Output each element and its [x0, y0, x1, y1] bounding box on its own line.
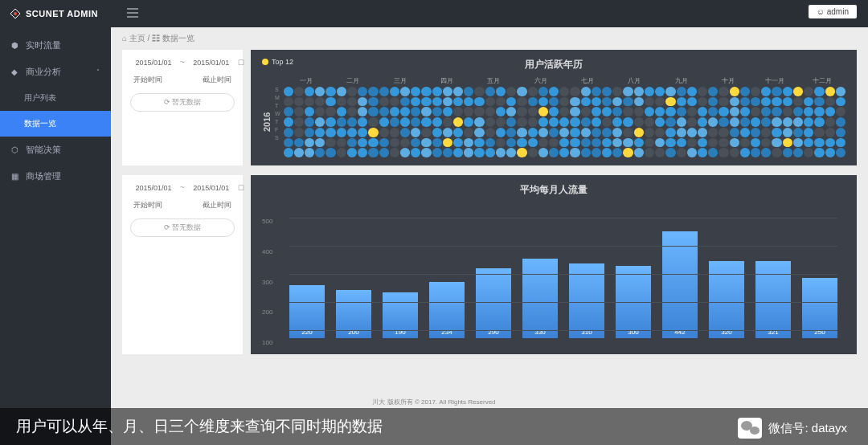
heatmap-cell[interactable]	[570, 87, 579, 96]
date-from-input[interactable]	[130, 59, 177, 67]
heatmap-cell[interactable]	[665, 128, 675, 137]
heatmap-cell[interactable]	[443, 148, 452, 157]
heatmap-cell[interactable]	[836, 138, 845, 148]
heatmap-cell[interactable]	[783, 107, 792, 116]
heatmap-cell[interactable]	[496, 97, 506, 107]
heatmap-cell[interactable]	[496, 87, 506, 96]
heatmap-cell[interactable]	[793, 128, 803, 137]
heatmap-cell[interactable]	[528, 97, 538, 107]
heatmap-cell[interactable]	[464, 107, 473, 116]
heatmap-cell[interactable]	[326, 107, 335, 116]
heatmap-cell[interactable]	[549, 148, 559, 157]
heatmap-cell[interactable]	[645, 138, 654, 148]
heatmap-cell[interactable]	[708, 128, 718, 137]
heatmap-cell[interactable]	[772, 87, 781, 96]
heatmap-cell[interactable]	[294, 148, 304, 157]
heatmap-cell[interactable]	[581, 87, 591, 96]
heatmap-cell[interactable]	[708, 117, 718, 127]
heatmap-cell[interactable]	[698, 87, 707, 96]
heatmap-cell[interactable]	[528, 138, 538, 148]
heatmap-cell[interactable]	[761, 148, 771, 157]
heatmap-cell[interactable]	[453, 87, 463, 96]
heatmap-cell[interactable]	[772, 138, 781, 148]
heatmap-cell[interactable]	[305, 87, 314, 96]
heatmap-cell[interactable]	[655, 138, 665, 148]
heatmap-cell[interactable]	[645, 117, 654, 127]
heatmap-cell[interactable]	[793, 138, 803, 148]
heatmap-cell[interactable]	[538, 87, 548, 96]
heatmap-cell[interactable]	[485, 138, 495, 148]
heatmap-cell[interactable]	[602, 117, 612, 127]
heatmap-cell[interactable]	[315, 148, 325, 157]
heatmap-cell[interactable]	[761, 87, 771, 96]
heatmap-cell[interactable]	[677, 107, 686, 116]
heatmap-cell[interactable]	[602, 107, 612, 116]
heatmap-cell[interactable]	[443, 128, 452, 137]
heatmap-cell[interactable]	[612, 107, 622, 116]
heatmap-cell[interactable]	[294, 128, 304, 137]
heatmap-cell[interactable]	[645, 97, 654, 107]
heatmap-cell[interactable]	[432, 87, 442, 96]
heatmap-cell[interactable]	[538, 148, 548, 157]
heatmap-cell[interactable]	[783, 128, 792, 137]
heatmap-cell[interactable]	[687, 87, 697, 96]
heatmap-cell[interactable]	[432, 117, 442, 127]
heatmap-cell[interactable]	[390, 107, 399, 116]
heatmap-cell[interactable]	[337, 87, 346, 96]
heatmap-cell[interactable]	[284, 107, 293, 116]
heatmap-cell[interactable]	[655, 117, 665, 127]
heatmap-cell[interactable]	[581, 97, 591, 107]
heatmap-cell[interactable]	[814, 107, 824, 116]
heatmap-cell[interactable]	[772, 97, 781, 107]
heatmap-cell[interactable]	[421, 148, 431, 157]
heatmap-cell[interactable]	[517, 87, 526, 96]
heatmap-cell[interactable]	[517, 138, 526, 148]
heatmap-cell[interactable]	[496, 148, 506, 157]
heatmap-cell[interactable]	[559, 97, 569, 107]
heatmap-cell[interactable]	[592, 87, 601, 96]
heatmap-cell[interactable]	[645, 107, 654, 116]
heatmap-cell[interactable]	[496, 117, 506, 127]
heatmap-cell[interactable]	[602, 138, 612, 148]
heatmap-cell[interactable]	[687, 138, 697, 148]
heatmap-cell[interactable]	[708, 148, 718, 157]
heatmap-cell[interactable]	[751, 117, 760, 127]
heatmap-cell[interactable]	[665, 117, 675, 127]
heatmap-cell[interactable]	[347, 107, 357, 116]
heatmap-cell[interactable]	[443, 107, 452, 116]
heatmap-cell[interactable]	[305, 107, 314, 116]
heatmap-cell[interactable]	[368, 97, 378, 107]
heatmap-cell[interactable]	[687, 107, 697, 116]
heatmap-cell[interactable]	[655, 128, 665, 137]
heatmap-cell[interactable]	[379, 138, 389, 148]
heatmap-cell[interactable]	[804, 117, 813, 127]
heatmap-cell[interactable]	[825, 128, 835, 137]
heatmap-cell[interactable]	[337, 138, 346, 148]
sidebar-item-overview[interactable]: 数据一览	[0, 111, 111, 137]
calendar-icon[interactable]: ☐	[238, 59, 244, 67]
heatmap-cell[interactable]	[432, 97, 442, 107]
bar[interactable]: 320	[709, 261, 744, 338]
heatmap-cell[interactable]	[538, 138, 548, 148]
heatmap-cell[interactable]	[506, 107, 516, 116]
heatmap-cell[interactable]	[730, 117, 739, 127]
heatmap-cell[interactable]	[284, 117, 293, 127]
heatmap-cell[interactable]	[358, 138, 367, 148]
heatmap-cell[interactable]	[347, 117, 357, 127]
heatmap-cell[interactable]	[783, 117, 792, 127]
heatmap-cell[interactable]	[474, 117, 484, 127]
heatmap-cell[interactable]	[305, 148, 314, 157]
heatmap-cell[interactable]	[326, 138, 335, 148]
heatmap-cell[interactable]	[730, 128, 739, 137]
heatmap-cell[interactable]	[326, 148, 335, 157]
heatmap-cell[interactable]	[559, 117, 569, 127]
heatmap-cell[interactable]	[284, 97, 293, 107]
calendar-icon[interactable]: ☐	[238, 184, 244, 192]
heatmap-cell[interactable]	[592, 107, 601, 116]
heatmap-cell[interactable]	[379, 128, 389, 137]
refresh-button-2[interactable]: 暂无数据	[130, 218, 235, 237]
heatmap-cell[interactable]	[464, 128, 473, 137]
heatmap-cell[interactable]	[677, 148, 686, 157]
heatmap-cell[interactable]	[411, 87, 420, 96]
heatmap-cell[interactable]	[337, 128, 346, 137]
